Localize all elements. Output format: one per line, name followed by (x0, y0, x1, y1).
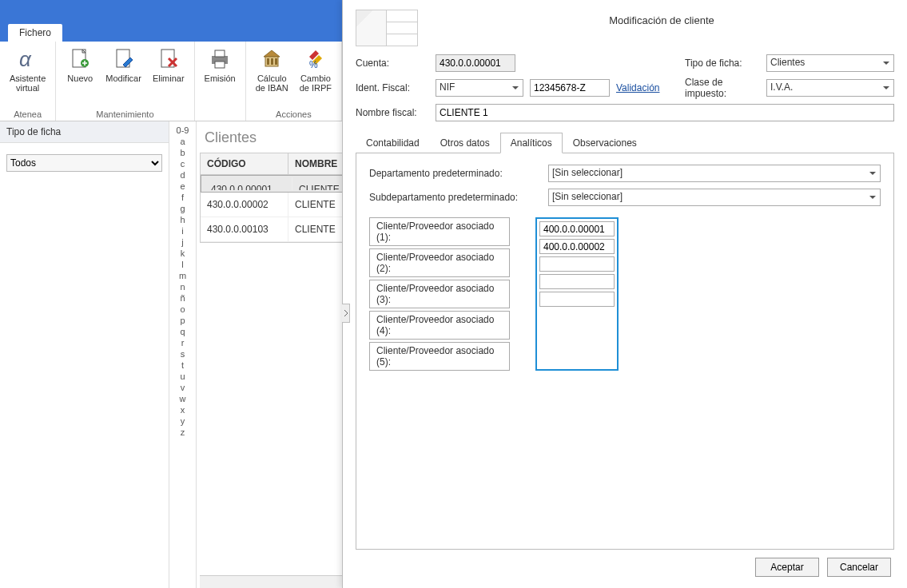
svg-rect-6 (215, 50, 225, 57)
ribbon-group-atenea-label: Atenea (6, 108, 49, 119)
alpha-v[interactable]: v (169, 382, 196, 393)
table-row[interactable]: 430.0.0.00002CLIENTE (201, 193, 362, 217)
alpha-g[interactable]: g (169, 203, 196, 214)
assoc-label-1: Cliente/Proveedor asociado (1): (369, 217, 510, 246)
nuevo-button[interactable]: Nuevo (62, 45, 97, 85)
modificar-label: Modificar (105, 74, 141, 83)
collapse-handle[interactable] (342, 304, 350, 323)
ribbon-tab-fichero[interactable]: Fichero (8, 24, 62, 42)
table-row[interactable]: 430.0.0.00103CLIENTE (201, 217, 362, 242)
ribbon-group-acciones: Cálculo de IBAN % Cambio de IRPF Accione… (246, 42, 342, 121)
image-placeholder[interactable] (356, 10, 418, 46)
alpha-k[interactable]: k (169, 248, 196, 259)
alpha-o[interactable]: o (169, 304, 196, 315)
svg-text:α: α (19, 47, 32, 71)
tab-observaciones[interactable]: Observaciones (563, 133, 647, 153)
edit-doc-icon (111, 46, 137, 72)
dept-select[interactable]: [Sin seleccionar] (548, 165, 881, 182)
cuenta-input (436, 54, 515, 72)
assoc-input-5[interactable] (539, 292, 615, 307)
alpha-e[interactable]: e (169, 181, 196, 192)
alpha-n[interactable]: n (169, 281, 196, 292)
cancelar-button[interactable]: Cancelar (827, 558, 891, 577)
assoc-label-5: Cliente/Proveedor asociado (5): (369, 342, 510, 371)
assoc-input-1[interactable] (539, 221, 615, 236)
nombre-input[interactable] (436, 104, 894, 121)
ribbon-group-emision: Emisión (195, 42, 246, 121)
alpha-s[interactable]: s (169, 348, 196, 360)
tab-analiticos[interactable]: Analíticos (500, 133, 563, 153)
alpha-p[interactable]: p (169, 315, 196, 326)
svg-rect-4 (161, 50, 174, 67)
clase-impuesto-select[interactable]: I.V.A. (766, 79, 894, 97)
alpha-d[interactable]: d (169, 169, 196, 181)
alpha-j[interactable]: j (169, 236, 196, 248)
alpha-b[interactable]: b (169, 147, 196, 158)
assoc-input-3[interactable] (539, 256, 615, 272)
assoc-input-4[interactable] (539, 274, 615, 289)
aceptar-button[interactable]: Aceptar (755, 558, 819, 577)
percent-icon: % (303, 46, 328, 72)
alpha-a[interactable]: a (169, 136, 196, 147)
alpha-r[interactable]: r (169, 337, 196, 348)
grid-horizontal-scrollbar[interactable] (200, 575, 363, 588)
ident-tipo-select[interactable]: NIF (436, 79, 523, 97)
subdept-select[interactable]: [Sin seleccionar] (548, 189, 881, 206)
ribbon-group-acciones-label: Acciones (253, 108, 335, 119)
asistente-virtual-label: Asistente virtual (10, 74, 46, 93)
print-icon (207, 46, 233, 72)
alpha-c[interactable]: c (169, 158, 196, 169)
assoc-label-3: Cliente/Proveedor asociado (3): (369, 280, 510, 308)
emision-button[interactable]: Emisión (201, 45, 239, 85)
chevron-right-icon (344, 309, 348, 317)
alpha-q[interactable]: q (169, 326, 196, 337)
clients-grid: CÓDIGO NOMBRE 430.0.0.00001CLIENTE430.0.… (200, 153, 363, 243)
tab-analiticos-content: Departamento predeterminado: [Sin selecc… (356, 153, 894, 550)
calculo-iban-button[interactable]: Cálculo de IBAN (253, 45, 292, 94)
alpha-y[interactable]: y (169, 415, 196, 427)
alpha-l[interactable]: l (169, 259, 196, 270)
cambio-irpf-button[interactable]: % Cambio de IRPF (296, 45, 335, 94)
validacion-link[interactable]: Validación (616, 82, 659, 93)
alpha-0-9[interactable]: 0-9 (169, 125, 196, 136)
modificacion-cliente-dialog: Modificación de cliente Cuenta: Tipo de … (342, 0, 907, 588)
bank-icon (259, 46, 284, 72)
alpha-h[interactable]: h (169, 214, 196, 225)
table-row[interactable]: 430.0.0.00001CLIENTE (201, 175, 362, 193)
modificar-button[interactable]: Modificar (102, 45, 145, 85)
alpha-w[interactable]: w (169, 393, 196, 404)
delete-doc-icon (156, 46, 181, 72)
assoc-values-box (535, 217, 619, 371)
tab-otros-datos[interactable]: Otros datos (430, 133, 500, 153)
svg-rect-11 (275, 58, 277, 65)
grid-header: CÓDIGO NOMBRE (201, 153, 362, 175)
alpha-x[interactable]: x (169, 404, 196, 415)
cell-nombre: CLIENTE (292, 177, 347, 190)
col-codigo-header[interactable]: CÓDIGO (201, 153, 288, 174)
alpha-ñ[interactable]: ñ (169, 292, 196, 304)
cell-codigo: 430.0.0.00001 (205, 177, 292, 190)
alpha-z[interactable]: z (169, 427, 196, 438)
ident-input[interactable] (530, 79, 610, 97)
filter-header: Tipo de ficha (0, 121, 169, 143)
tipo-ficha-select[interactable]: Clientes (766, 54, 894, 72)
dept-label: Departamento predeterminado: (369, 168, 540, 179)
asistente-virtual-button[interactable]: α Asistente virtual (6, 45, 49, 94)
cell-codigo: 430.0.0.00002 (201, 193, 288, 217)
tab-contabilidad[interactable]: Contabilidad (356, 133, 430, 153)
list-title: Clientes (197, 121, 366, 153)
assoc-label-4: Cliente/Proveedor asociado (4): (369, 311, 510, 340)
eliminar-button[interactable]: Eliminar (149, 45, 188, 85)
alpha-f[interactable]: f (169, 192, 196, 203)
alpha-index: 0-9abcdefghijklmnñopqrstuvwxyz (169, 121, 197, 588)
alpha-t[interactable]: t (169, 360, 196, 371)
assoc-input-2[interactable] (539, 239, 615, 254)
alpha-u[interactable]: u (169, 371, 196, 382)
new-doc-icon (67, 46, 93, 72)
alpha-i[interactable]: i (169, 225, 196, 236)
nombre-label: Nombre fiscal: (356, 107, 429, 118)
ribbon-group-mantenimiento: Nuevo Modificar Eliminar Mantenimiento (56, 42, 194, 121)
dialog-footer: Aceptar Cancelar (356, 550, 894, 582)
tipo-ficha-filter-select[interactable]: Todos (6, 154, 162, 172)
alpha-m[interactable]: m (169, 270, 196, 281)
